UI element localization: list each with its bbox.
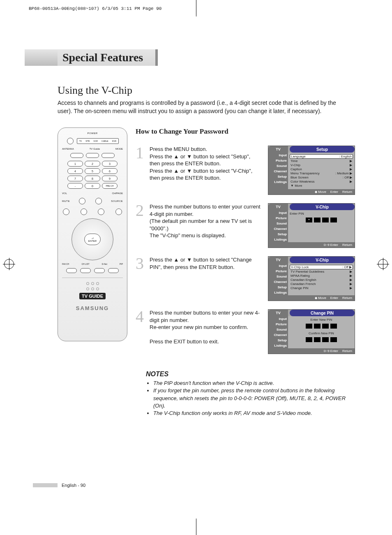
ch-down bbox=[98, 208, 104, 215]
device-selector: TVSTBVCRCABLEDVD bbox=[77, 138, 119, 144]
enter-button: ⏎ENTER bbox=[84, 234, 101, 245]
step-number: 4 bbox=[136, 309, 145, 354]
mute-button bbox=[63, 208, 69, 215]
tvguide-button bbox=[86, 153, 99, 158]
step-text: Press the ▲ or ▼ button to select "Chang… bbox=[150, 256, 264, 301]
step-text: Press the MENU button. Press the ▲ or ▼ … bbox=[150, 146, 264, 195]
print-header: BP68-00513A-00Eng(088~107) 6/3/05 3:11 P… bbox=[29, 6, 161, 11]
osd-enter-pin: TVV-Chip InputPictureSound ChannelSetupL… bbox=[268, 203, 355, 248]
step-number: 2 bbox=[136, 203, 145, 248]
osd-vchip-menu: TVV-Chip InputPictureSound ChannelSetupL… bbox=[268, 256, 355, 301]
registration-mark bbox=[378, 259, 388, 269]
section-bar-accent bbox=[25, 49, 58, 66]
registration-mark bbox=[4, 259, 14, 269]
note-item: If you forget the pin number, press the … bbox=[153, 387, 355, 410]
source-button bbox=[115, 208, 122, 215]
step-text: Press the number buttons to enter your n… bbox=[150, 309, 264, 354]
osd-change-pin: TVChange PIN InputPictureSound ChannelSe… bbox=[268, 309, 355, 354]
crop-mark bbox=[196, 0, 196, 16]
antenna-button bbox=[70, 153, 83, 158]
step-text: Press the number buttons to enter your c… bbox=[150, 203, 264, 248]
steps-title: How to Change Your Password bbox=[136, 127, 355, 136]
intro-text: Access to channels and programs is contr… bbox=[58, 99, 339, 115]
section-title: Special Features bbox=[58, 49, 158, 66]
brand-logo: SAMSUNG bbox=[76, 305, 109, 311]
footer-bar bbox=[33, 483, 58, 487]
vol-down bbox=[81, 208, 87, 215]
mode-button bbox=[101, 153, 115, 158]
remote-illustration: POWER TVSTBVCRCABLEDVD ANTENNATV GuideMO… bbox=[58, 127, 127, 341]
notes-section: NOTES The PIP doesn't function when the … bbox=[146, 371, 355, 417]
subsection-title: Using the V-Chip bbox=[58, 84, 355, 97]
ch-up bbox=[95, 198, 102, 204]
note-item: The V-Chip function only works in RF, AV… bbox=[153, 410, 355, 417]
notes-title: NOTES bbox=[146, 371, 355, 378]
power-button bbox=[67, 138, 74, 144]
d-pad: ⏎ENTER bbox=[71, 218, 113, 260]
osd-setup: TVSetup InputPictureSound ChannelSetupLi… bbox=[268, 146, 355, 195]
crop-mark bbox=[196, 519, 196, 535]
note-item: The PIP doesn't function when the V-Chip… bbox=[153, 380, 355, 387]
page-number: English - 90 bbox=[62, 483, 85, 488]
step-number: 3 bbox=[136, 256, 145, 301]
step-number: 1 bbox=[136, 146, 145, 195]
tvguide-logo: TV GUIDE bbox=[79, 293, 106, 299]
power-label: POWER bbox=[87, 132, 97, 134]
vol-up bbox=[79, 198, 85, 204]
number-pad: 123 456 789 -0PRE-CH bbox=[67, 161, 118, 189]
